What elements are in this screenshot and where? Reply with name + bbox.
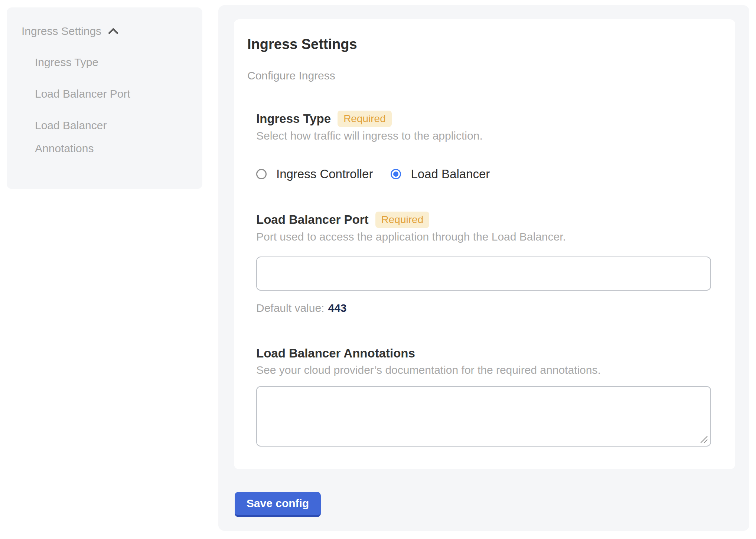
radio-label-ingress-controller: Ingress Controller bbox=[276, 166, 373, 182]
ingress-settings-card: Ingress Settings Configure Ingress Ingre… bbox=[234, 19, 735, 469]
sidebar-section-label: Ingress Settings bbox=[22, 24, 101, 39]
save-config-button[interactable]: Save config bbox=[235, 492, 321, 517]
sidebar-item-list: Ingress Type Load Balancer Port Load Bal… bbox=[35, 51, 188, 160]
load-balancer-annotations-textarea[interactable] bbox=[256, 386, 711, 447]
field-label-ingress-type: Ingress Type bbox=[256, 111, 331, 127]
sidebar-item-ingress-type[interactable]: Ingress Type bbox=[35, 51, 165, 74]
radio-button-icon[interactable] bbox=[391, 169, 401, 179]
section-ingress-type: Ingress Type Required Select how traffic… bbox=[256, 111, 711, 182]
required-badge: Required bbox=[375, 212, 430, 228]
radio-button-icon[interactable] bbox=[256, 169, 267, 179]
load-balancer-port-input[interactable] bbox=[256, 257, 711, 291]
radio-label-load-balancer: Load Balancer bbox=[411, 166, 490, 182]
page-title: Ingress Settings bbox=[247, 36, 711, 53]
form-sections: Ingress Type Required Select how traffic… bbox=[256, 111, 711, 447]
section-load-balancer-port: Load Balancer Port Required Port used to… bbox=[256, 212, 711, 315]
page-subtitle: Configure Ingress bbox=[247, 69, 711, 82]
settings-sidebar: Ingress Settings Ingress Type Load Balan… bbox=[7, 7, 202, 189]
sidebar-item-load-balancer-annotations[interactable]: Load Balancer Annotations bbox=[35, 114, 165, 160]
sidebar-item-load-balancer-port[interactable]: Load Balancer Port bbox=[35, 82, 165, 105]
field-description-load-balancer-annotations: See your cloud provider’s documentation … bbox=[256, 363, 711, 377]
chevron-up-icon bbox=[108, 28, 118, 38]
default-value-line: Default value:443 bbox=[256, 301, 711, 315]
field-label-load-balancer-annotations: Load Balancer Annotations bbox=[256, 346, 415, 361]
default-value: 443 bbox=[328, 302, 346, 314]
radio-option-ingress-controller[interactable]: Ingress Controller bbox=[256, 166, 373, 182]
section-load-balancer-annotations: Load Balancer Annotations See your cloud… bbox=[256, 346, 711, 447]
sidebar-section-toggle[interactable]: Ingress Settings bbox=[22, 24, 188, 39]
default-value-prefix: Default value: bbox=[256, 302, 324, 314]
required-badge: Required bbox=[338, 111, 392, 127]
radio-option-load-balancer[interactable]: Load Balancer bbox=[391, 166, 490, 182]
field-description-ingress-type: Select how traffic will ingress to the a… bbox=[256, 129, 711, 143]
ingress-type-radio-group: Ingress Controller Load Balancer bbox=[256, 166, 711, 182]
resize-grip-icon[interactable] bbox=[699, 435, 708, 444]
settings-panel: Ingress Settings Configure Ingress Ingre… bbox=[218, 5, 749, 531]
field-description-load-balancer-port: Port used to access the application thro… bbox=[256, 230, 711, 244]
field-label-load-balancer-port: Load Balancer Port bbox=[256, 212, 369, 228]
